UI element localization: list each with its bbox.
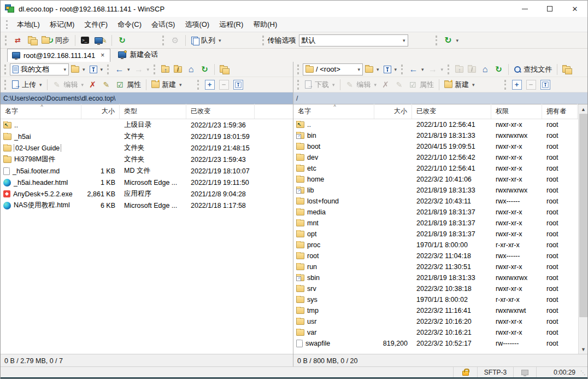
remote-filter-button[interactable] bbox=[381, 65, 399, 74]
menu-help[interactable]: 帮助(H) bbox=[248, 18, 282, 32]
remote-sync-browsing-button[interactable] bbox=[560, 65, 573, 74]
remote-file-row[interactable]: etc2022/1/10 12:56:41rwxr-xr-xroot bbox=[293, 163, 578, 174]
remote-back-button[interactable] bbox=[407, 64, 426, 75]
connection-sync-button[interactable] bbox=[441, 34, 462, 46]
local-select-filter-button[interactable] bbox=[231, 79, 245, 91]
find-files-button[interactable]: 查找文件 bbox=[511, 63, 554, 75]
remote-header-changed[interactable]: 已改变 bbox=[412, 104, 491, 119]
remote-path-combo[interactable]: / <root> bbox=[303, 63, 363, 75]
queue-button[interactable]: 队列 bbox=[189, 34, 224, 47]
local-sync-browsing-button[interactable] bbox=[217, 65, 230, 74]
remote-header-rights[interactable]: 权限 bbox=[491, 104, 542, 119]
remote-header-size[interactable]: 大小 bbox=[374, 104, 412, 119]
scrollbar-thumb[interactable] bbox=[579, 114, 587, 317]
remote-delete-button[interactable] bbox=[379, 79, 392, 90]
local-properties-button[interactable]: 属性 bbox=[113, 79, 143, 91]
local-root-directory-button[interactable] bbox=[172, 65, 184, 74]
remote-file-row[interactable]: lost+found2022/3/2 10:43:11rwx------root bbox=[293, 196, 578, 207]
menu-command[interactable]: 命令(C) bbox=[113, 18, 146, 32]
menu-options[interactable]: 选项(O) bbox=[180, 18, 214, 32]
remote-forward-button[interactable] bbox=[426, 64, 446, 75]
remote-file-row[interactable]: swapfile819,2002022/3/2 10:52:17rw------… bbox=[293, 338, 578, 349]
local-header-changed[interactable]: 已改变 bbox=[186, 104, 255, 119]
local-path-bar[interactable]: C:\Users\ecoo\Documents\dl.ecoo.top\ bbox=[1, 92, 293, 104]
local-back-button[interactable] bbox=[113, 64, 132, 75]
remote-file-row[interactable]: sbin2021/8/19 18:31:33rwxrwxrwxroot bbox=[293, 272, 578, 283]
remote-file-row[interactable]: var2022/3/2 10:16:21rwxr-xr-xroot bbox=[293, 327, 578, 338]
scroll-down-icon[interactable]: ▼ bbox=[579, 345, 588, 354]
remote-properties-button[interactable]: 属性 bbox=[406, 79, 436, 91]
remote-file-row[interactable]: opt2021/8/19 18:31:37rwxr-xr-xroot bbox=[293, 229, 578, 240]
session-tab[interactable]: root@192.168.111.141 × bbox=[7, 49, 110, 62]
remote-file-row[interactable]: home2022/3/2 10:41:06rwxr-xr-xroot bbox=[293, 174, 578, 185]
menu-local[interactable]: 本地(L) bbox=[12, 18, 45, 32]
remote-open-directory-button[interactable] bbox=[363, 65, 381, 74]
remote-file-row[interactable]: proc1970/1/1 8:00:00r-xr-xr-xroot bbox=[293, 240, 578, 250]
local-open-directory-button[interactable] bbox=[69, 65, 87, 74]
local-home-button[interactable] bbox=[184, 64, 198, 75]
local-unselect-button[interactable]: − bbox=[217, 79, 231, 91]
remote-unselect-button[interactable]: − bbox=[524, 79, 538, 91]
local-rename-button[interactable] bbox=[99, 79, 113, 90]
open-terminal-button[interactable] bbox=[78, 35, 92, 45]
menu-remote[interactable]: 远程(R) bbox=[214, 18, 248, 32]
remote-file-row[interactable]: srv2022/3/2 10:38:18rwxr-xr-xroot bbox=[293, 283, 578, 294]
session-tab-close-icon[interactable]: × bbox=[101, 51, 104, 59]
local-file-row[interactable]: 02-User Guide文件夹2022/1/19 21:48:15 bbox=[1, 142, 293, 154]
remote-header-owner[interactable]: 拥有者 bbox=[542, 104, 578, 119]
synchronize-browsing-button[interactable] bbox=[25, 36, 39, 45]
local-file-row[interactable]: Hi3798M固件文件夹2022/1/23 1:59:43 bbox=[1, 154, 293, 165]
remote-file-row[interactable]: root2022/3/2 11:04:18rwx------root bbox=[293, 250, 578, 261]
upload-button[interactable]: 上传 bbox=[10, 79, 44, 91]
local-header-type[interactable]: 类型 bbox=[120, 104, 186, 119]
local-filter-button[interactable] bbox=[87, 65, 105, 74]
close-button[interactable]: ✕ bbox=[562, 1, 587, 17]
remote-select-button[interactable]: + bbox=[510, 79, 524, 91]
local-delete-button[interactable] bbox=[86, 79, 99, 90]
remote-file-row[interactable]: ..2022/1/10 12:56:41rwxr-xr-xroot bbox=[293, 119, 578, 130]
maximize-button[interactable] bbox=[537, 1, 562, 17]
local-parent-directory-button[interactable] bbox=[159, 65, 172, 74]
remote-file-row[interactable]: mnt2021/8/19 18:31:37rwxr-xr-xroot bbox=[293, 218, 578, 229]
menu-mark[interactable]: 标记(M) bbox=[45, 18, 80, 32]
local-new-button[interactable]: 新建 bbox=[149, 79, 184, 91]
remote-refresh-button[interactable] bbox=[492, 64, 505, 75]
download-button[interactable]: 下载 bbox=[303, 79, 337, 91]
remote-new-button[interactable]: 新建 bbox=[442, 79, 477, 91]
remote-header-name[interactable]: 名字^ bbox=[293, 104, 374, 119]
local-edit-button[interactable]: 编辑 bbox=[50, 79, 86, 91]
local-file-row[interactable]: _h5ai.footer.md1 KBMD 文件2022/1/19 18:10:… bbox=[1, 165, 293, 177]
remote-root-directory-button[interactable] bbox=[466, 65, 478, 74]
local-file-row[interactable]: ..上级目录2022/1/23 1:59:36 bbox=[1, 119, 293, 131]
preferences-button[interactable] bbox=[168, 34, 183, 46]
scroll-up-icon[interactable]: ▲ bbox=[579, 104, 588, 114]
local-file-row[interactable]: AnyDesk+5.2.2.exe2,861 KB应用程序2021/12/8 9… bbox=[1, 188, 293, 200]
open-in-putty-button[interactable] bbox=[92, 34, 109, 46]
local-drive-combo[interactable]: 我的文档 bbox=[10, 63, 69, 75]
local-select-button[interactable]: + bbox=[203, 79, 217, 91]
new-session-tab[interactable]: 新建会话 bbox=[114, 48, 163, 62]
remote-file-row[interactable]: boot2020/4/15 19:09:51rwxr-xr-xroot bbox=[293, 141, 578, 152]
menu-file[interactable]: 文件(F) bbox=[79, 18, 113, 32]
refresh-panels-button[interactable] bbox=[115, 34, 130, 46]
remote-file-row[interactable]: sys1970/1/1 8:00:02r-xr-xr-xroot bbox=[293, 294, 578, 305]
remote-select-filter-button[interactable] bbox=[538, 79, 552, 91]
remote-parent-directory-button[interactable] bbox=[453, 65, 466, 74]
local-refresh-button[interactable] bbox=[198, 64, 211, 75]
remote-edit-button[interactable]: 编辑 bbox=[343, 79, 379, 91]
remote-file-row[interactable]: usr2022/3/2 10:16:20rwxr-xr-xroot bbox=[293, 316, 578, 327]
remote-home-button[interactable] bbox=[478, 64, 492, 75]
remote-rename-button[interactable] bbox=[392, 79, 406, 90]
local-file-row[interactable]: _h5ai.header.html1 KBMicrosoft Edge ...2… bbox=[1, 177, 293, 188]
remote-file-row[interactable]: lib2021/8/19 18:31:33rwxrwxrwxroot bbox=[293, 185, 578, 196]
remote-scrollbar[interactable]: ▲ ▼ bbox=[578, 104, 587, 354]
local-forward-button[interactable] bbox=[132, 64, 152, 75]
synchronize-button[interactable]: 同步 bbox=[39, 34, 72, 47]
remote-file-row[interactable]: bin2021/8/19 18:31:33rwxrwxrwxroot bbox=[293, 130, 578, 141]
local-header-size[interactable]: 大小 bbox=[81, 104, 120, 119]
remote-file-row[interactable]: media2021/8/19 18:31:37rwxr-xr-xroot bbox=[293, 207, 578, 218]
minimize-button[interactable] bbox=[512, 1, 537, 17]
transfer-preset-combo[interactable]: 默认 bbox=[299, 34, 408, 46]
menu-session[interactable]: 会话(S) bbox=[146, 18, 180, 32]
local-file-row[interactable]: _h5ai文件夹2022/1/19 18:01:59 bbox=[1, 131, 293, 142]
